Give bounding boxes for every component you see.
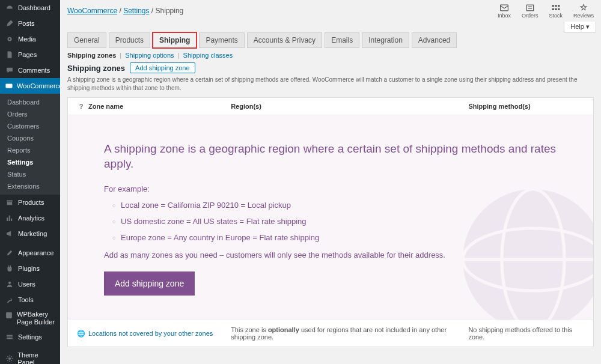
tab-shipping[interactable]: Shipping (153, 32, 197, 48)
tfoot-mid: This zone is optionally used for regions… (231, 326, 468, 341)
sub-shipping-options[interactable]: Shipping options (125, 52, 174, 59)
sidebar-label: Tools (18, 296, 34, 303)
list-item: Local zone = California ZIP 90210 = Loca… (112, 201, 557, 210)
settings-tabs: General Products Shipping Payments Accou… (67, 32, 594, 48)
sidebar-item-wpbakery[interactable]: WPBakery Page Builder (0, 308, 60, 329)
svg-point-5 (8, 357, 11, 360)
tab-emails[interactable]: Emails (325, 32, 359, 48)
uncovered-locations-link[interactable]: Locations not covered by your other zone… (88, 330, 213, 337)
sidebar-item-tools[interactable]: Tools (0, 292, 60, 308)
sidebar-label: Plugins (18, 265, 40, 272)
list-item: US domestic zone = All US states = Flat … (112, 217, 557, 226)
breadcrumb: WooCommerce / Settings / Shipping (67, 7, 183, 15)
sidebar-label: Theme Panel (17, 351, 55, 364)
admin-sidebar: Dashboard Posts Media Pages Comments Woo… (0, 0, 60, 364)
tab-advanced[interactable]: Advanced (412, 32, 457, 48)
sidebar-label: Settings (18, 333, 42, 341)
sidebar-item-plugins[interactable]: Plugins (0, 261, 60, 276)
tab-accounts-privacy[interactable]: Accounts & Privacy (247, 32, 322, 48)
tab-products[interactable]: Products (109, 32, 150, 48)
sub-shipping-classes[interactable]: Shipping classes (183, 52, 233, 59)
sidebar-item-settings[interactable]: Settings (0, 329, 60, 345)
table-footer-row: 🌐 Locations not covered by your other zo… (68, 320, 593, 347)
sub-settings[interactable]: Settings (0, 156, 60, 168)
sidebar-label: WPBakery Page Builder (17, 311, 55, 326)
brush-icon (5, 248, 14, 258)
sidebar-item-comments[interactable]: Comments (0, 62, 60, 78)
sub-orders[interactable]: Orders (0, 108, 60, 120)
grid-icon (551, 3, 561, 13)
sub-tab-links: Shipping zones | Shipping options | Ship… (67, 52, 594, 59)
empty-title: A shipping zone is a geographic region w… (104, 142, 557, 171)
help-icon[interactable]: ? (74, 103, 88, 110)
svg-rect-2 (5, 84, 12, 88)
top-reviews[interactable]: Reviews (573, 3, 594, 19)
zones-description: A shipping zone is a geographic region w… (67, 76, 594, 93)
sidebar-label: Users (18, 281, 35, 288)
svg-rect-8 (526, 5, 533, 11)
sub-shipping-zones: Shipping zones (67, 52, 116, 59)
star-icon (578, 3, 589, 13)
sub-reports[interactable]: Reports (0, 144, 60, 156)
page-icon (5, 50, 14, 59)
plug-icon (5, 264, 14, 273)
svg-rect-7 (501, 5, 508, 11)
crumb-settings[interactable]: Settings (123, 7, 149, 15)
inbox-icon (499, 3, 510, 13)
sidebar-item-posts[interactable]: Posts (0, 16, 60, 31)
sidebar-label: Comments (18, 67, 50, 74)
sidebar-label: WooCommerce (17, 82, 63, 89)
sidebar-item-pages[interactable]: Pages (0, 47, 60, 62)
zones-table: ? Zone name Region(s) Shipping method(s)… (67, 97, 594, 347)
top-stock[interactable]: Stock (549, 3, 563, 19)
sidebar-item-woocommerce[interactable]: WooCommerce (0, 78, 60, 94)
tab-payments[interactable]: Payments (199, 32, 244, 48)
topbar: WooCommerce / Settings / Shipping Inbox … (60, 0, 601, 22)
top-inbox[interactable]: Inbox (498, 3, 511, 19)
crumb-woocommerce[interactable]: WooCommerce (67, 7, 117, 15)
archive-icon (5, 198, 14, 207)
media-icon (5, 34, 14, 44)
sidebar-item-marketing[interactable]: Marketing (0, 226, 60, 241)
sub-dashboard[interactable]: Dashboard (0, 96, 60, 108)
sidebar-item-dashboard[interactable]: Dashboard (0, 0, 60, 16)
svg-point-1 (9, 38, 11, 40)
empty-list: Local zone = California ZIP 90210 = Loca… (112, 201, 557, 242)
sidebar-item-users[interactable]: Users (0, 276, 60, 292)
tfoot-right: No shipping methods offered to this zone… (468, 326, 587, 341)
sidebar-label: Pages (18, 51, 37, 58)
svg-rect-12 (552, 8, 554, 10)
user-icon (5, 279, 14, 289)
col-shipping-methods: Shipping method(s) (468, 103, 587, 110)
add-zone-button[interactable]: Add shipping zone (130, 62, 195, 73)
sidebar-item-analytics[interactable]: Analytics (0, 210, 60, 226)
sidebar-label: Posts (18, 20, 35, 27)
sub-extensions[interactable]: Extensions (0, 180, 60, 192)
builder-icon (5, 311, 13, 320)
tab-general[interactable]: General (67, 32, 106, 48)
main: WooCommerce / Settings / Shipping Inbox … (60, 0, 601, 364)
table-header: ? Zone name Region(s) Shipping method(s) (68, 98, 593, 115)
empty-state: A shipping zone is a geographic region w… (68, 115, 593, 320)
wrench-icon (5, 295, 14, 305)
help-tab[interactable]: Help ▾ (564, 22, 596, 32)
svg-rect-9 (552, 5, 554, 7)
sidebar-label: Dashboard (18, 4, 50, 11)
top-orders[interactable]: Orders (522, 3, 538, 19)
sidebar-label: Products (18, 199, 44, 206)
empty-add-zone-button[interactable]: Add shipping zone (104, 271, 195, 296)
tab-integration[interactable]: Integration (362, 32, 409, 48)
sidebar-label: Media (18, 35, 36, 43)
sidebar-label: Appearance (18, 249, 53, 256)
gauge-icon (5, 3, 14, 13)
sub-status[interactable]: Status (0, 168, 60, 180)
pin-icon (5, 19, 14, 28)
sidebar-item-media[interactable]: Media (0, 31, 60, 47)
sub-coupons[interactable]: Coupons (0, 132, 60, 144)
sidebar-item-products[interactable]: Products (0, 195, 60, 210)
sidebar-item-appearance[interactable]: Appearance (0, 245, 60, 261)
sub-customers[interactable]: Customers (0, 120, 60, 132)
page-title: Shipping zones (67, 64, 125, 73)
globe-small-icon: 🌐 (74, 330, 88, 338)
sidebar-item-theme-panel[interactable]: Theme Panel (0, 348, 60, 364)
